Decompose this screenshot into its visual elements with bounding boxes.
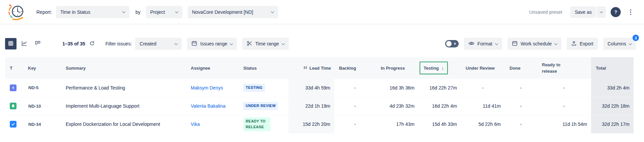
table-row[interactable]: ND-5 Performance & Load Testing Maksym D… bbox=[5, 79, 634, 97]
chevron-down-icon bbox=[495, 42, 498, 45]
preset-status: Unsaved preset bbox=[529, 9, 562, 15]
in-progress-cell: 17h 43m bbox=[376, 115, 419, 133]
save-as-button[interactable]: Save as bbox=[570, 6, 596, 18]
view-switcher bbox=[5, 38, 43, 49]
column-header-done[interactable]: Done bbox=[505, 57, 537, 79]
toolbar-right: × Format Work schedule Exp bbox=[445, 38, 636, 50]
testing-cell: 15d 4h 33m bbox=[419, 115, 461, 133]
format-dropdown[interactable]: Format bbox=[464, 38, 502, 50]
total-cell: 32d 22h 18m bbox=[591, 97, 634, 115]
export-label: Export bbox=[580, 41, 593, 46]
chevron-down-icon bbox=[600, 10, 603, 13]
total-cell: 32d 22h 17m bbox=[591, 115, 634, 133]
kebab-icon: ⋮ bbox=[627, 8, 634, 15]
assignee-link[interactable]: Maksym Denys bbox=[191, 85, 223, 91]
chart-view-button[interactable] bbox=[19, 38, 30, 49]
backlog-cell: - bbox=[334, 115, 376, 133]
in-progress-cell: 16d 3h 36m bbox=[376, 79, 419, 97]
total-cell: 33d 2h 4m bbox=[591, 79, 634, 97]
columns-mini-icon bbox=[303, 66, 307, 71]
column-header-backlog[interactable]: Backlog bbox=[334, 57, 376, 79]
under-review-cell: 11d 41m bbox=[461, 97, 505, 115]
time-range-dropdown[interactable]: Time range bbox=[242, 38, 288, 50]
refresh-icon bbox=[89, 41, 95, 47]
status-badge: UNDER REVIEW bbox=[243, 102, 278, 110]
column-header-type[interactable]: T bbox=[5, 57, 23, 79]
issues-table-wrap: T Key Summary Assignee Status Lead Time … bbox=[5, 57, 644, 133]
report-type-dropdown[interactable]: Time in Status bbox=[56, 6, 129, 18]
work-schedule-label: Work schedule bbox=[521, 41, 552, 46]
chevron-down-icon bbox=[175, 42, 178, 45]
status-badge: TESTING bbox=[243, 84, 265, 92]
lead-time-cell: 15d 22h 20m bbox=[288, 115, 334, 133]
eye-icon bbox=[468, 41, 474, 47]
project-dropdown[interactable]: NovaCore Development [ND] bbox=[188, 6, 278, 18]
done-cell: - bbox=[505, 79, 537, 97]
ready-to-release-cell: - bbox=[537, 97, 591, 115]
table-view-button[interactable] bbox=[5, 38, 17, 49]
assignee-link[interactable]: Valeriia Bakalina bbox=[191, 103, 225, 109]
chevron-down-icon bbox=[281, 42, 285, 45]
column-header-key[interactable]: Key bbox=[23, 57, 61, 79]
filter-field-dropdown[interactable]: Created bbox=[135, 38, 182, 50]
format-label: Format bbox=[478, 41, 492, 46]
scissors-icon bbox=[247, 41, 252, 47]
column-header-in-progress[interactable]: In Progress bbox=[376, 57, 419, 79]
toggle-knob bbox=[446, 41, 452, 46]
by-label: by bbox=[135, 9, 141, 15]
report-label: Report: bbox=[36, 9, 52, 15]
project-value: NovaCore Development [ND] bbox=[192, 9, 253, 15]
work-schedule-dropdown[interactable]: Work schedule bbox=[508, 38, 561, 50]
refresh-button[interactable] bbox=[88, 39, 96, 48]
more-menu-button[interactable]: ⋮ bbox=[625, 7, 636, 16]
column-header-lead-time[interactable]: Lead Time bbox=[288, 57, 334, 79]
issues-table: T Key Summary Assignee Status Lead Time … bbox=[5, 57, 634, 133]
help-button[interactable]: ? bbox=[611, 7, 621, 17]
columns-dropdown[interactable]: Columns 3 bbox=[603, 38, 636, 50]
column-header-assignee[interactable]: Assignee bbox=[186, 57, 239, 79]
column-header-total[interactable]: Total bbox=[591, 57, 634, 79]
cross-icon: × bbox=[454, 42, 456, 46]
question-mark-icon: ? bbox=[614, 9, 617, 15]
status-badge: READY TO RELEASE bbox=[243, 117, 270, 131]
report-type-value: Time in Status bbox=[60, 9, 90, 15]
group-by-dropdown[interactable]: Project bbox=[146, 6, 182, 18]
in-progress-cell: 4d 23h 32m bbox=[376, 97, 419, 115]
chevron-down-icon bbox=[554, 42, 558, 45]
chevron-down-icon bbox=[271, 10, 274, 13]
chevron-down-icon bbox=[175, 10, 178, 13]
column-header-status[interactable]: Status bbox=[239, 57, 288, 79]
issues-range-label: Issues range bbox=[200, 41, 227, 46]
board-view-button[interactable] bbox=[32, 38, 43, 49]
app-logo-icon bbox=[7, 3, 26, 21]
issue-key: ND-10 bbox=[23, 97, 61, 115]
column-header-ready-to-release[interactable]: Ready to release bbox=[537, 57, 591, 79]
column-header-testing[interactable]: Testing ↓ bbox=[419, 57, 461, 79]
done-cell: - bbox=[505, 97, 537, 115]
issue-summary: Explore Dockerization for Local Developm… bbox=[61, 115, 186, 133]
table-row[interactable]: ND-34 Explore Dockerization for Local De… bbox=[5, 115, 634, 133]
assignee-link[interactable]: Vika bbox=[191, 121, 200, 127]
result-count: 1–35 of 35 bbox=[62, 41, 85, 46]
ready-to-release-cell: - bbox=[537, 79, 591, 97]
table-row[interactable]: ND-10 Implement Multi-Language Support V… bbox=[5, 97, 634, 115]
under-review-cell: 5d 22h 6m bbox=[461, 115, 505, 133]
table-header-row: T Key Summary Assignee Status Lead Time … bbox=[5, 57, 634, 79]
issue-type-cell bbox=[5, 115, 23, 133]
issue-type-cell bbox=[5, 79, 23, 97]
toolbar: 1–35 of 35 Filter issues: Created Issues… bbox=[5, 38, 636, 50]
save-as-dropdown-button[interactable] bbox=[597, 6, 606, 18]
issues-range-dropdown[interactable]: Issues range bbox=[187, 38, 237, 50]
column-header-under-review[interactable]: Under Review bbox=[461, 57, 505, 79]
group-by-value: Project bbox=[150, 9, 165, 15]
calendar-icon bbox=[191, 40, 197, 47]
under-review-cell: - bbox=[461, 79, 505, 97]
chevron-down-icon bbox=[122, 10, 125, 13]
time-range-label: Time range bbox=[255, 41, 279, 46]
done-cell: - bbox=[505, 115, 537, 133]
top-bar-right: Unsaved preset Save as ? ⋮ bbox=[529, 6, 636, 18]
toggle-switch[interactable]: × bbox=[445, 40, 459, 47]
lead-time-cell: 22d 1h 19m bbox=[288, 97, 334, 115]
export-button[interactable]: Export bbox=[567, 38, 597, 50]
column-header-summary[interactable]: Summary bbox=[61, 57, 186, 79]
